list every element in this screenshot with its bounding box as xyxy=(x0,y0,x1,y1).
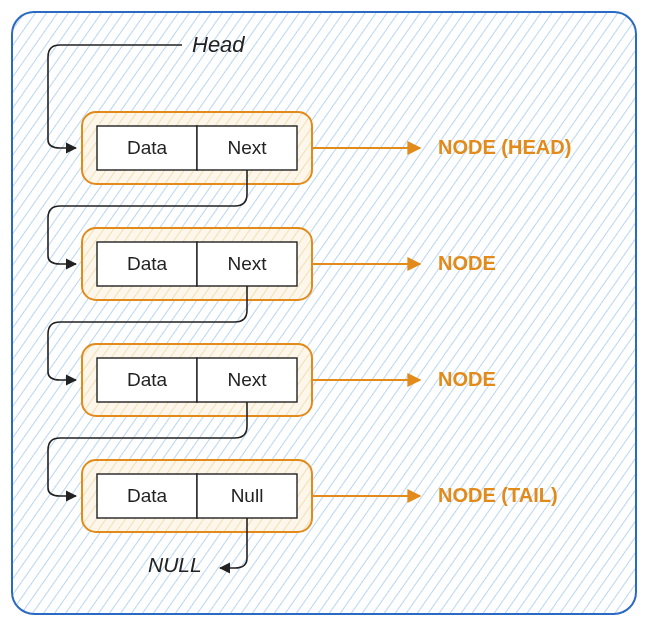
node-0-data-label: Data xyxy=(127,137,168,158)
node-2-next-label: Next xyxy=(227,369,267,390)
node-1-next-label: Next xyxy=(227,253,267,274)
node-1-annotation: NODE xyxy=(438,252,496,274)
null-label: NULL xyxy=(148,553,202,576)
linked-list-diagram: HeadDataNextNODE (HEAD)DataNextNODEDataN… xyxy=(0,0,648,626)
node-3-next-label: Null xyxy=(231,485,264,506)
node-0-next-label: Next xyxy=(227,137,267,158)
node-3-annotation: NODE (TAIL) xyxy=(438,484,558,506)
head-label: Head xyxy=(192,32,245,57)
node-2-data-label: Data xyxy=(127,369,168,390)
node-1-data-label: Data xyxy=(127,253,168,274)
node-0-annotation: NODE (HEAD) xyxy=(438,136,571,158)
node-2-annotation: NODE xyxy=(438,368,496,390)
node-3-data-label: Data xyxy=(127,485,168,506)
